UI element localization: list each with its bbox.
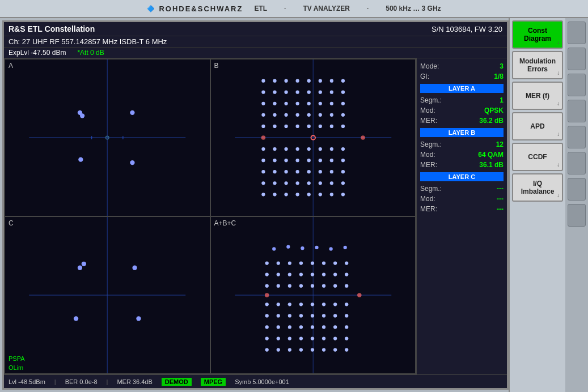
- svg-point-93: [329, 193, 333, 196]
- svg-point-46: [284, 125, 287, 128]
- sidebar-btn-apd[interactable]: APD ↓: [512, 112, 563, 140]
- svg-point-157: [322, 325, 325, 329]
- svg-point-173: [322, 348, 325, 351]
- mer-b-row: MER: 36.1 dB: [420, 160, 504, 169]
- svg-point-155: [299, 325, 302, 329]
- svg-point-59: [307, 147, 310, 151]
- svg-point-138: [287, 302, 291, 306]
- svg-point-152: [265, 325, 268, 329]
- mer-c-value: ---: [497, 205, 504, 213]
- layer-c-badge: LAYER C: [420, 172, 504, 181]
- svg-point-29: [273, 102, 276, 105]
- svg-point-167: [345, 336, 348, 340]
- svg-point-65: [284, 159, 287, 162]
- svg-point-28: [261, 102, 265, 105]
- hw-btn-8[interactable]: [568, 204, 586, 227]
- svg-point-161: [276, 336, 280, 340]
- sidebar-btn-mer-f[interactable]: MER (f) ↓: [512, 82, 563, 110]
- svg-point-156: [310, 325, 314, 329]
- gi-row: GI: 1/8: [420, 72, 504, 81]
- mer-a-value: 36.2 dB: [479, 117, 504, 125]
- hw-btn-5[interactable]: [568, 126, 586, 148]
- mode-label: Mode:: [420, 62, 439, 70]
- svg-point-91: [307, 193, 310, 196]
- quad-c: C OLim PSPA: [5, 216, 210, 374]
- svg-point-87: [261, 193, 265, 196]
- svg-point-62: [341, 147, 344, 151]
- brand-name: ROHDE&SCHWARZ: [159, 5, 243, 13]
- svg-point-114: [310, 261, 314, 265]
- sidebar-btn-iq-imbalance[interactable]: I/QImbalance ↓: [512, 173, 563, 202]
- svg-point-53: [261, 135, 265, 140]
- hw-btn-1[interactable]: [568, 22, 586, 44]
- svg-point-24: [307, 91, 310, 94]
- svg-point-16: [307, 79, 310, 83]
- svg-point-154: [287, 325, 291, 329]
- svg-point-115: [322, 261, 325, 265]
- top-item-etl: ETL: [254, 5, 267, 12]
- sidebar-btn-const-diagram[interactable]: ConstDiagram ↓: [512, 20, 563, 49]
- quad-b-svg: [211, 59, 416, 216]
- sidebar-btn-ccdf[interactable]: CCDF ↓: [512, 143, 563, 171]
- svg-point-153: [276, 325, 280, 329]
- status-symb: Symb 5.0000e+001: [235, 378, 289, 385]
- svg-point-88: [273, 193, 276, 196]
- svg-point-136: [265, 302, 268, 306]
- svg-point-141: [322, 302, 325, 306]
- svg-point-159: [345, 325, 348, 329]
- svg-point-5: [78, 110, 82, 115]
- svg-point-80: [273, 181, 276, 185]
- svg-point-55: [261, 147, 265, 151]
- svg-point-30: [284, 102, 287, 105]
- iq-imbalance-arrow: ↓: [557, 192, 560, 198]
- pspa-label: PSPA: [9, 355, 25, 362]
- svg-point-51: [341, 125, 344, 128]
- top-bar: 🔷 ROHDE&SCHWARZ ETL · TV ANALYZER · 500 …: [0, 0, 588, 18]
- svg-point-49: [318, 125, 322, 128]
- status-mpeg: MPEG: [201, 378, 226, 386]
- hw-btn-2[interactable]: [568, 48, 586, 70]
- svg-point-17: [318, 79, 322, 83]
- svg-point-117: [345, 261, 348, 265]
- svg-point-135: [357, 293, 362, 297]
- svg-point-99: [74, 316, 78, 321]
- hw-btn-4[interactable]: [568, 100, 586, 122]
- measurements-panel: Mode: 3 GI: 1/8 LAYER A Segm.: 1 Mod: QP…: [416, 58, 507, 374]
- svg-point-44: [261, 125, 265, 128]
- explvl-row: ExpLvl -47.50 dBm *Att 0 dB: [4, 48, 507, 58]
- status-demod: DEMOD: [162, 378, 192, 386]
- svg-point-43: [341, 113, 344, 117]
- quad-abc-svg: [211, 217, 416, 373]
- hw-btn-6[interactable]: [568, 152, 586, 174]
- svg-point-124: [333, 272, 337, 276]
- mod-errors-arrow: ↓: [557, 70, 560, 76]
- svg-point-54: [361, 135, 365, 140]
- svg-point-143: [345, 302, 348, 306]
- svg-point-63: [261, 159, 265, 162]
- svg-point-134: [264, 293, 269, 297]
- svg-point-13: [273, 79, 276, 83]
- svg-point-163: [299, 336, 302, 340]
- mod-b-value: 64 QAM: [478, 151, 504, 159]
- svg-point-60: [318, 147, 322, 151]
- svg-point-98: [132, 266, 137, 270]
- svg-point-6: [130, 110, 134, 115]
- svg-point-31: [295, 102, 299, 105]
- main-row: R&S ETL Constellation S/N 103684, FW 3.2…: [0, 18, 588, 392]
- quad-c-svg: [5, 217, 210, 373]
- svg-point-57: [284, 147, 287, 151]
- mer-b-label: MER:: [420, 161, 437, 169]
- svg-point-81: [284, 181, 287, 185]
- svg-point-116: [333, 261, 337, 265]
- hw-btn-7[interactable]: [568, 178, 586, 201]
- hw-btn-3[interactable]: [568, 74, 586, 96]
- svg-point-97: [78, 266, 82, 270]
- mod-a-row: Mod: QPSK: [420, 106, 504, 115]
- sidebar-btn-modulation-errors[interactable]: ModulationErrors ↓: [512, 51, 563, 79]
- segm-a-value: 1: [500, 96, 504, 104]
- mode-row: Mode: 3: [420, 62, 504, 71]
- svg-point-92: [318, 193, 322, 196]
- mer-b-value: 36.1 dB: [479, 161, 504, 169]
- segm-b-row: Segm.: 12: [420, 140, 504, 149]
- mode-value: 3: [500, 62, 504, 70]
